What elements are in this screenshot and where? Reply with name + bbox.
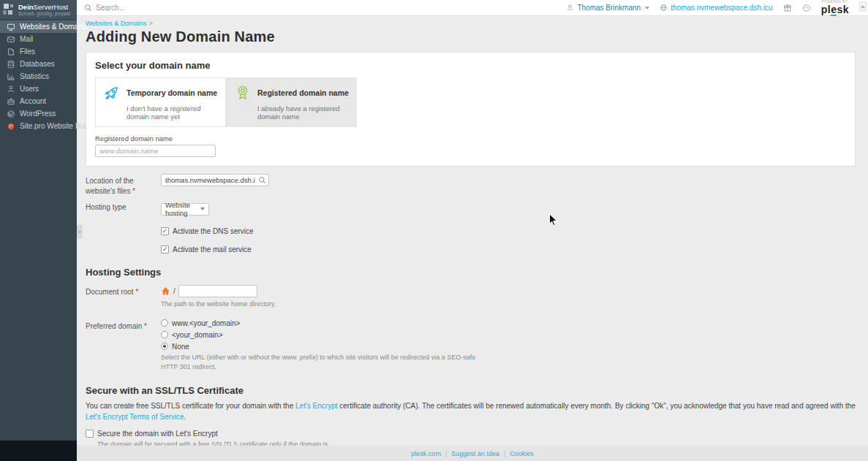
- secure-domain-checkbox[interactable]: Secure the domain with Let's Encrypt: [86, 430, 856, 438]
- footer-separator: |: [504, 450, 505, 457]
- radio-label: None: [172, 343, 189, 351]
- option-title: Temporary domain name: [127, 88, 217, 97]
- wordpress-icon: [7, 110, 15, 118]
- sidebar-item-files[interactable]: Files: [0, 45, 77, 58]
- preferred-domain-row: Preferred domain * www.<your_domain> <yo…: [86, 319, 856, 372]
- sidebar-item-mail[interactable]: Mail: [0, 33, 77, 45]
- scroll-up-button[interactable]: [859, 1, 867, 12]
- dns-service-checkbox[interactable]: ✓ Activate the DNS service: [161, 227, 856, 235]
- location-label: Location of the website's files *: [86, 174, 161, 196]
- sidebar-collapse-handle[interactable]: ‹: [77, 225, 83, 239]
- hosting-type-select[interactable]: Website hosting: [161, 203, 209, 216]
- checkbox-checked-icon[interactable]: ✓: [161, 245, 169, 254]
- domain-option-row: Temporary domain name I don't have a reg…: [95, 77, 846, 127]
- plesk-wordmark: plesk: [821, 4, 849, 15]
- brand-tagline: Schnell, günstig, prepaid: [18, 11, 70, 17]
- mail-service-checkbox[interactable]: ✓ Activate the mail service: [161, 245, 856, 254]
- dns-service-row: ✓ Activate the DNS service: [86, 227, 856, 235]
- home-icon[interactable]: [161, 286, 170, 296]
- radio-label: <your_domain>: [172, 331, 223, 339]
- sidebar-item-account[interactable]: Account: [0, 95, 77, 107]
- hosting-type-row: Hosting type Website hosting: [86, 200, 856, 216]
- sidebar-item-users[interactable]: Users: [0, 83, 77, 95]
- chevron-down-icon: [645, 7, 649, 9]
- required-mark: *: [135, 288, 138, 296]
- sidebar-item-sitepro[interactable]: Site.pro Website Builder: [0, 120, 77, 132]
- sidebar-item-websites-domains[interactable]: Websites & Domains: [0, 20, 77, 33]
- lets-encrypt-link[interactable]: Let's Encrypt: [295, 402, 338, 410]
- document-root-hint: The path to the website home directory.: [161, 300, 856, 309]
- sidebar-item-label: Mail: [20, 35, 33, 43]
- document-root-prefix: /: [173, 287, 176, 295]
- page-footer: plesk.com | Suggest an Idea | Cookies: [77, 446, 868, 461]
- required-mark: *: [144, 322, 147, 330]
- ssl-checkbox-block: Secure the domain with Let's Encrypt The…: [86, 430, 856, 446]
- breadcrumb-link[interactable]: Websites & Domains: [86, 20, 146, 27]
- footer-link-suggest[interactable]: Suggest an Idea: [451, 450, 499, 457]
- plesk-logo-accent: [831, 15, 837, 16]
- help-button[interactable]: ?: [802, 4, 811, 12]
- sidebar-item-label: WordPress: [20, 110, 56, 118]
- svg-text:?: ?: [805, 6, 808, 10]
- footer-link-cookies[interactable]: Cookies: [510, 450, 534, 457]
- sidebar-item-label: Databases: [20, 60, 55, 68]
- breadcrumb[interactable]: Websites & Domains>: [86, 20, 859, 27]
- plesk-logo[interactable]: POWERED BY plesk: [821, 1, 849, 15]
- brand-logo-icon: [3, 4, 15, 15]
- brand-logo[interactable]: DeinServerHost Schnell, günstig, prepaid: [0, 0, 77, 19]
- option-desc: I don't have a registered domain name ye…: [127, 104, 218, 121]
- rocket-icon: [103, 84, 121, 102]
- search-input[interactable]: [96, 4, 242, 12]
- document-root-row: Document root * / The path to the websit…: [86, 285, 856, 309]
- secure-domain-hint: The domain will be secured with a free S…: [97, 440, 350, 446]
- users-icon: [7, 85, 15, 94]
- server-name: thomas.nvmewebspace.dsh.icu: [671, 4, 773, 12]
- radio-icon[interactable]: [161, 319, 168, 327]
- sidebar-item-label: Users: [20, 85, 39, 93]
- sidebar-item-statistics[interactable]: Statistics: [0, 70, 77, 83]
- user-name: Thomas Brinkmann: [577, 4, 641, 12]
- whats-new-button[interactable]: [783, 4, 792, 12]
- database-icon: [7, 60, 15, 69]
- radio-www-domain[interactable]: www.<your_domain>: [161, 319, 856, 327]
- footer-separator: |: [445, 450, 447, 457]
- sidebar: DeinServerHost Schnell, günstig, prepaid…: [0, 0, 77, 461]
- sidebar-item-databases[interactable]: Databases: [0, 58, 77, 70]
- radio-selected-icon[interactable]: [161, 343, 168, 350]
- gift-icon: [783, 4, 792, 12]
- user-menu[interactable]: Thomas Brinkmann: [566, 4, 649, 12]
- footer-link-plesk[interactable]: plesk.com: [411, 450, 441, 457]
- location-input[interactable]: [161, 174, 269, 186]
- search-icon[interactable]: [258, 176, 266, 184]
- registered-domain-input[interactable]: [95, 145, 216, 157]
- mail-icon: [7, 35, 15, 44]
- sidebar-item-wordpress[interactable]: WordPress: [0, 107, 77, 120]
- option-temporary-domain[interactable]: Temporary domain name I don't have a reg…: [95, 77, 226, 127]
- location-row: Location of the website's files *: [86, 174, 856, 196]
- lets-encrypt-tos-link[interactable]: Let's Encrypt Terms of Service: [86, 413, 184, 421]
- rosette-icon: [234, 84, 252, 102]
- sidebar-bottom-strip: [0, 441, 77, 461]
- option-title: Registered domain name: [257, 88, 349, 97]
- option-registered-domain[interactable]: Registered domain name I already have a …: [226, 77, 357, 127]
- radio-label: www.<your_domain>: [172, 319, 240, 327]
- checkbox-checked-icon[interactable]: ✓: [161, 227, 169, 235]
- document-root-input[interactable]: [178, 285, 257, 297]
- radio-none[interactable]: None: [161, 343, 856, 351]
- sidebar-spacer: [0, 132, 77, 441]
- mail-service-label: Activate the mail service: [173, 245, 252, 254]
- preferred-domain-label: Preferred domain *: [86, 319, 161, 332]
- checkbox-unchecked-icon[interactable]: [86, 430, 94, 438]
- globe-icon: [660, 4, 668, 12]
- radio-domain[interactable]: <your_domain>: [161, 331, 856, 339]
- monitor-icon: [7, 23, 15, 31]
- radio-icon[interactable]: [161, 331, 168, 338]
- secure-domain-label: Secure the domain with Let's Encrypt: [97, 430, 218, 438]
- document-root-label: Document root *: [86, 285, 161, 297]
- server-link[interactable]: thomas.nvmewebspace.dsh.icu: [660, 4, 773, 12]
- global-search[interactable]: [84, 4, 566, 12]
- registered-domain-label: Registered domain name: [95, 134, 846, 142]
- ssl-paragraph: You can create free SSL/TLS certificate …: [86, 400, 856, 422]
- topbar-right-cluster: Thomas Brinkmann thomas.nvmewebspace.dsh…: [566, 1, 849, 15]
- sitepro-icon: [7, 122, 15, 131]
